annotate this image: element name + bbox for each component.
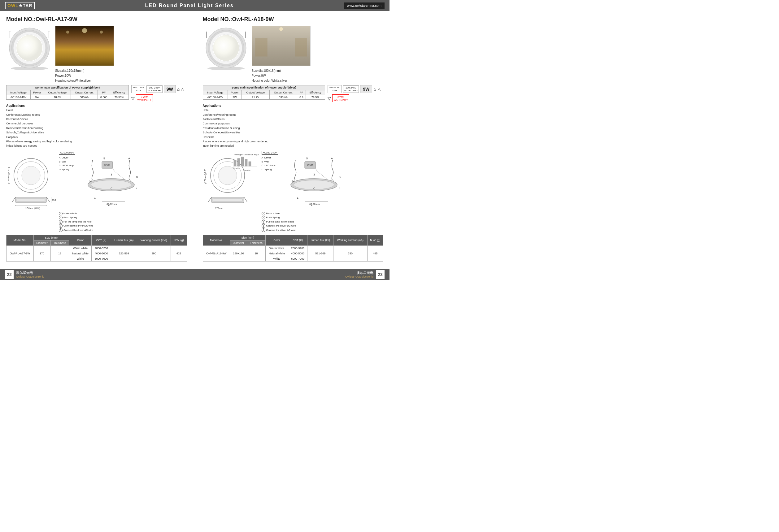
left-tri2-icon: ▽ (131, 96, 135, 101)
svg-rect-61 (213, 199, 242, 201)
logo-area: OWL★TAR (5, 2, 35, 9)
svg-rect-66 (237, 158, 240, 166)
right-spec-icons: SMD LED2528 100-245VAC/50-60Hz 9W ⌂ △ ▽ … (327, 85, 383, 102)
left-room-photo (55, 26, 114, 66)
svg-rect-18 (17, 199, 45, 201)
svg-point-5 (16, 35, 43, 61)
footer-right: 澳尔星光电 Owlstar Optoelectronic 23 (345, 270, 384, 279)
svg-line-19 (12, 197, 15, 202)
right-applications-list: Hotel Conference/Meeting rooms Factories… (203, 108, 383, 148)
svg-text:D: D (292, 179, 294, 182)
right-spec-text: Size:dia.180x18(mm) Power:9W Housing col… (252, 68, 383, 83)
right-tri2-icon: ▽ (327, 96, 331, 101)
left-diagram-section: φ120mm [φ4.72"] 17.6mm [0.69"] (6, 151, 187, 232)
svg-text:15.1mm: 15.1mm (52, 199, 56, 201)
left-spec-text: Size:dia.170x18(mm) Power:10W Housing co… (55, 68, 187, 83)
svg-text:Average Illuminance Figure: Average Illuminance Figure (234, 153, 258, 156)
footer-sub-right: Owlstar Optoelectronic (345, 275, 373, 278)
logo-owl: OWL (7, 3, 18, 8)
left-legend: ADriver BWall CLED Lamp DSpring (59, 156, 75, 172)
left-top-row: Size:dia.170x18(mm) Power:10W Housing co… (6, 26, 187, 83)
right-ac-label: AC100 240V (262, 151, 278, 155)
svg-text:3: 3 (313, 173, 315, 176)
right-cross-section: Average Illuminance Figure Height Diamet… (203, 151, 258, 232)
left-tri1-icon: △ (181, 87, 184, 91)
page-footer: 22 澳尔星光电 Owlstar Optoelectronic 澳尔星光电 Ow… (0, 269, 390, 280)
right-panel: Model NO.:Owl-RL-A18-9W (203, 16, 383, 262)
svg-line-63 (244, 197, 247, 202)
right-model-title: Model NO.:Owl-RL-A18-9W (203, 16, 383, 22)
svg-text:A: A (331, 157, 333, 160)
svg-text:φ175mm [φ6.9"]: φ175mm [φ6.9"] (204, 169, 206, 184)
page-num-right: 23 (376, 270, 384, 279)
svg-point-16 (22, 166, 40, 185)
svg-text:1: 1 (94, 196, 96, 199)
left-install-svg: Driver A 5 3 1 4 2 B C D (77, 151, 145, 209)
panel-divider (195, 16, 195, 262)
right-warranty-badge: 2 yearWARRANTY (332, 94, 349, 102)
left-main-table: Model No. Size (mm) Color CCT (K) Lumen … (6, 235, 187, 262)
left-main-table-section: Model No. Size (mm) Color CCT (K) Lumen … (6, 235, 187, 262)
left-spec-table-title: Some main specification of Power supply(… (6, 85, 129, 90)
right-install-svg: Driver A 5 3 1 4 2 B C D 69 72 (280, 151, 348, 209)
right-step-list: 1Make a hole 2Push Spring 3Put the lamp … (262, 211, 383, 232)
right-install-diagram: AC100 240V ADriver BWall CLED Lamp DSpri… (262, 151, 383, 232)
svg-text:5: 5 (104, 157, 105, 160)
svg-point-59 (218, 166, 237, 185)
svg-text:B: B (339, 176, 341, 179)
left-warranty-badge: 2 yearWARRANTY (136, 94, 153, 102)
left-spec-icons: SMD LED2528 100-245VAC/50-60Hz 9W ⌂ △ ▽ … (131, 85, 187, 102)
left-cross-section: φ120mm [φ4.72"] 17.6mm [0.69"] (6, 151, 56, 232)
right-applications: Applications Hotel Conference/Meeting ro… (203, 104, 383, 148)
svg-text:17.9mm: 17.9mm (215, 207, 223, 209)
right-main-table-section: Model No. Size (mm) Color CCT (K) Lumen … (203, 235, 383, 262)
svg-text:D: D (89, 179, 92, 182)
svg-point-48 (213, 35, 239, 61)
svg-text:Driver: Driver (307, 164, 313, 166)
svg-rect-55 (255, 38, 267, 56)
svg-line-20 (47, 197, 50, 202)
svg-text:φ120mm [φ4.72"]: φ120mm [φ4.72"] (7, 167, 10, 184)
left-smd-led-icon: SMD LED2528 (131, 85, 145, 93)
left-ac-label: AC100 240V (59, 151, 75, 155)
footer-company-right: 澳尔星光电 (345, 270, 373, 275)
svg-text:B: B (136, 176, 138, 179)
left-install-diagram: AC100 240V ADriver BWall CLED Lamp DSpri… (59, 151, 187, 232)
main-content: Model NO.:Owl-RL-A17-9W (0, 11, 390, 266)
right-room-photo (252, 26, 310, 66)
svg-point-10 (82, 28, 87, 33)
svg-line-62 (208, 197, 212, 202)
svg-rect-65 (234, 160, 236, 166)
svg-text:69 72mm: 69 72mm (107, 203, 117, 205)
right-smd-led-icon: SMD LED2528 (327, 85, 342, 93)
right-main-table: Model No. Size (mm) Color CCT (K) Lumen … (203, 235, 383, 262)
right-diagram-section: Average Illuminance Figure Height Diamet… (203, 151, 383, 232)
svg-rect-69 (249, 161, 251, 166)
left-step-list: 1Make a hole 2Push Spring 3Put the lamp … (59, 211, 187, 232)
logo: OWL★TAR (5, 2, 35, 9)
right-tri1-icon: △ (377, 87, 381, 91)
svg-text:1: 1 (297, 196, 298, 199)
svg-text:Height: Height (233, 167, 239, 169)
svg-point-12 (100, 30, 103, 34)
page-num-left: 22 (5, 270, 14, 279)
svg-text:Diameter: Diameter (243, 169, 250, 171)
right-top-row: Size:dia.180x18(mm) Power:9W Housing col… (203, 26, 383, 83)
svg-rect-67 (241, 157, 244, 166)
left-lamp-image (6, 26, 53, 72)
right-voltage-icon: 100-245VAC/50-60Hz (343, 85, 359, 93)
left-home-icon: ⌂ (177, 87, 180, 91)
right-model-cell: Owl-RL-A18-9W (203, 246, 230, 261)
svg-text:A: A (128, 157, 130, 160)
svg-text:C: C (313, 187, 315, 190)
right-applications-title: Applications (203, 104, 383, 108)
footer-left: 22 澳尔星光电 Owlstar Optoelectronic (5, 270, 44, 279)
right-home-icon: ⌂ (373, 87, 376, 91)
header-website: www.owlstarchina.com (344, 2, 384, 9)
svg-text:C: C (111, 187, 113, 190)
svg-point-11 (66, 30, 69, 34)
svg-rect-68 (245, 159, 247, 166)
left-spec-table: Input Voltage Power Output Voltage Outpu… (6, 90, 129, 99)
page-header: OWL★TAR LED Round Panel Light Series www… (0, 0, 390, 11)
svg-text:4: 4 (339, 187, 340, 190)
